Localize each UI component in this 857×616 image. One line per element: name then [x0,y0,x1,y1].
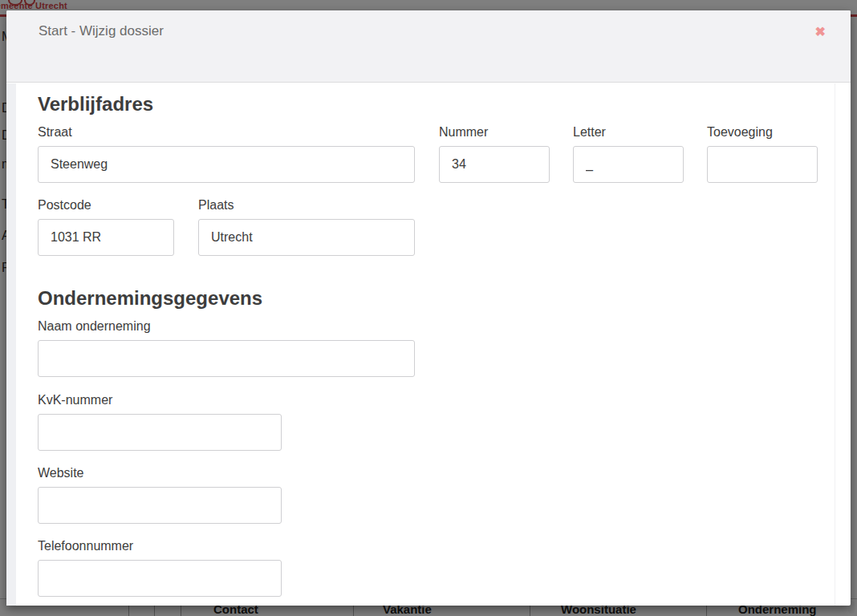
close-icon[interactable]: ✖ [815,26,826,38]
straat-label: Straat [38,125,415,140]
toevoeging-label: Toevoeging [707,125,818,140]
modal-header: Start - Wijzig dossier ✖ [6,10,851,83]
field-postcode: Postcode [38,198,174,256]
telefoonnummer-input[interactable] [38,560,282,597]
straat-input[interactable] [38,146,415,183]
telefoonnummer-label: Telefoonnummer [38,539,282,553]
letter-label: Letter [573,125,684,140]
kvk-nummer-input[interactable] [38,414,282,451]
modal-body-gutter [6,83,16,606]
nummer-label: Nummer [439,125,550,140]
screen: Gemeente Utrecht M D D m T A P Contact V… [0,0,857,616]
field-nummer: Nummer [439,125,550,183]
nummer-input[interactable] [439,146,550,183]
field-telefoonnummer: Telefoonnummer [38,539,282,597]
postcode-input[interactable] [38,219,174,256]
section-heading-ondernemingsgegevens: Ondernemingsgegevens [38,286,262,311]
field-naam-onderneming: Naam onderneming [38,319,415,377]
modal-title: Start - Wijzig dossier [39,23,164,39]
kvk-nummer-label: KvK-nummer [38,393,282,407]
edit-dossier-modal: Start - Wijzig dossier ✖ Verblijfadres S… [6,10,851,606]
letter-input[interactable] [573,146,684,183]
field-toevoeging: Toevoeging [707,125,818,183]
field-letter: Letter [573,125,684,183]
plaats-input[interactable] [198,219,415,256]
field-straat: Straat [38,125,415,183]
naam-onderneming-input[interactable] [38,340,415,377]
toevoeging-input[interactable] [707,146,818,183]
field-plaats: Plaats [198,198,415,256]
postcode-label: Postcode [38,198,174,213]
naam-onderneming-label: Naam onderneming [38,319,415,334]
plaats-label: Plaats [198,198,415,213]
field-kvk-nummer: KvK-nummer [38,393,282,451]
field-website: Website [38,466,282,524]
website-input[interactable] [38,487,282,524]
modal-body-scroll-line [835,83,835,606]
section-heading-verblijfadres: Verblijfadres [38,91,153,117]
website-label: Website [38,466,282,480]
